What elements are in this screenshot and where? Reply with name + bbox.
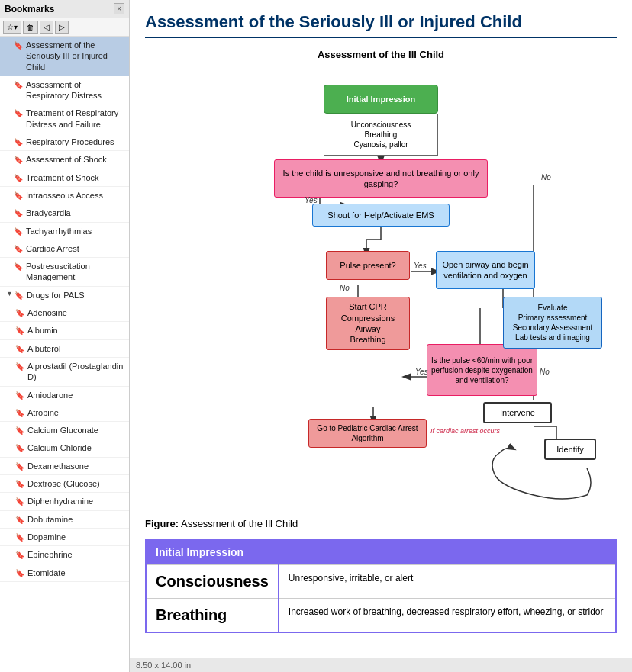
bookmark-text-dextrose: Dextrose (Glucose) (27, 478, 126, 489)
bookmark-icon-bradycardia: 🔖 (14, 208, 23, 218)
sidebar-item-bradycardia[interactable]: 🔖Bradycardia (0, 204, 129, 222)
bookmark-text-amiodarone: Amiodarone (27, 390, 126, 400)
bookmark-text-drugs-pals: Drugs for PALS (27, 290, 126, 301)
bookmark-text-dopamine: Dopamine (27, 532, 126, 542)
bookmark-icon-alprostadil: 🔖 (15, 362, 24, 371)
figure-label: Figure: (145, 518, 179, 529)
bookmark-text-intraosseous: Intraosseous Access (26, 190, 126, 201)
sidebar-item-cardiac-arrest[interactable]: 🔖Cardiac Arrest (0, 240, 129, 258)
bookmark-text-tachyarrhythmias: Tachyarrhythmias (26, 226, 126, 236)
sidebar-item-atropine[interactable]: 🔖Atropine (0, 404, 129, 422)
page-title: Assessment of the Seriously Ill or Injur… (145, 12, 617, 38)
sidebar-item-drugs-pals[interactable]: ▼🔖Drugs for PALS (0, 287, 129, 304)
status-bar: 8.50 x 14.00 in (130, 658, 632, 672)
sidebar-close-btn[interactable]: × (114, 3, 124, 14)
bookmark-icon-treatment-respiratory: 🔖 (14, 108, 23, 118)
fc-pulse-text: Pulse present? (340, 260, 395, 271)
bookmark-text-calcium-gluconate: Calcium Gluconate (27, 425, 126, 436)
bookmark-text-alprostadil: Alprostadil (Prostaglandin D) (27, 361, 126, 383)
bookmark-text-atropine: Atropine (27, 407, 126, 418)
bookmark-icon-postresuscitation: 🔖 (14, 262, 23, 272)
bookmark-icon-respiratory-procedures: 🔖 (14, 137, 23, 147)
fc-no-label-1: No (541, 173, 551, 182)
sidebar-item-etomidate[interactable]: 🔖Etomidate (0, 564, 129, 582)
sidebar-item-albuterol[interactable]: 🔖Albuterol (0, 340, 129, 358)
bookmark-prev-btn[interactable]: ◁ (40, 21, 53, 34)
sidebar-item-intraosseous[interactable]: 🔖Intraosseous Access (0, 187, 129, 204)
bookmark-text-calcium-chloride: Calcium Chloride (27, 442, 126, 453)
fc-intervene-text: Intervene (500, 407, 535, 418)
sidebar-item-treatment-respiratory[interactable]: 🔖Treatment of Respiratory Distress and F… (0, 104, 129, 133)
sidebar-item-calcium-gluconate[interactable]: 🔖Calcium Gluconate (0, 422, 129, 439)
sidebar-item-assessment-shock[interactable]: 🔖Assessment of Shock (0, 151, 129, 169)
sidebar-item-tachyarrhythmias[interactable]: 🔖Tachyarrhythmias (0, 223, 129, 240)
bookmark-icon-treatment-shock: 🔖 (14, 173, 23, 183)
bookmark-icon-intraosseous: 🔖 (14, 191, 23, 201)
bookmark-text-dexamethasone: Dexamethasone (27, 461, 126, 471)
bookmark-icon-atropine: 🔖 (15, 408, 24, 418)
sidebar-item-dobutamine[interactable]: 🔖Dobutamine (0, 511, 129, 529)
fc-airway-text: Open airway and begin ventilation and ox… (440, 259, 531, 281)
sidebar-item-postresuscitation[interactable]: 🔖Postresuscitation Management (0, 258, 129, 287)
sidebar-item-calcium-chloride[interactable]: 🔖Calcium Chloride (0, 439, 129, 457)
bookmark-text-albumin: Albumin (27, 325, 126, 336)
sidebar-item-diphenhydramine[interactable]: 🔖Diphenhydramine (0, 493, 129, 510)
bookmark-text-postresuscitation: Postresuscitation Management (26, 261, 126, 283)
fc-goto: Go to Pediatric Cardiac Arrest Algorithm (308, 419, 427, 448)
bookmark-icon-diphenhydramine: 🔖 (15, 497, 24, 506)
bookmark-icon-dopamine: 🔖 (15, 532, 24, 542)
bookmark-text-diphenhydramine: Diphenhydramine (27, 496, 126, 506)
fc-cardiac-label: If cardiac arrest occurs (430, 427, 500, 435)
fc-identify-text: Identify (556, 444, 583, 455)
figure-caption: Figure: Assessment of the Ill Child (145, 518, 617, 529)
bookmark-text-treatment-respiratory: Treatment of Respiratory Distress and Fa… (26, 108, 126, 130)
fc-initial-sub: UnconsciousnessBreathingCyanosis, pallor (324, 114, 438, 156)
sidebar-item-amiodarone[interactable]: 🔖Amiodarone (0, 387, 129, 404)
sidebar-item-seriously-ill[interactable]: 🔖Assessment of the Seriously III or Inju… (0, 37, 129, 76)
bookmark-icon-tachyarrhythmias: 🔖 (14, 227, 23, 236)
sidebar-item-treatment-shock[interactable]: 🔖Treatment of Shock (0, 169, 129, 187)
bookmark-icon-dexamethasone: 🔖 (15, 461, 24, 471)
status-dimensions: 8.50 x 14.00 in (136, 661, 191, 670)
bookmark-add-btn[interactable]: ☆▾ (3, 21, 21, 34)
bookmark-icon-calcium-chloride: 🔖 (15, 443, 24, 453)
bookmark-text-treatment-shock: Treatment of Shock (26, 172, 126, 183)
bookmark-icon-assessment-shock: 🔖 (14, 155, 23, 165)
bookmark-icon-calcium-gluconate: 🔖 (15, 426, 24, 436)
fc-question1: Is the child is unresponsive and not bre… (274, 159, 488, 198)
fc-intervene: Intervene (483, 402, 552, 423)
fc-identify: Identify (544, 439, 596, 460)
bookmark-text-etomidate: Etomidate (27, 568, 126, 578)
sidebar-item-dopamine[interactable]: 🔖Dopamine (0, 529, 129, 546)
bookmark-delete-btn[interactable]: 🗑 (23, 21, 38, 34)
sidebar-item-dexamethasone[interactable]: 🔖Dexamethasone (0, 458, 129, 475)
flowchart: Initial Impression UnconsciousnessBreath… (160, 68, 602, 510)
table-desc-1: Increased work of breathing, decreased r… (279, 599, 616, 633)
bookmark-icon-amiodarone: 🔖 (15, 391, 24, 400)
table-row: ConsciousnessUnresponsive, irritable, or… (146, 565, 616, 599)
bookmark-icon-respiratory-distress: 🔖 (14, 80, 23, 90)
fc-no-label-2: No (340, 284, 350, 292)
table-row: BreathingIncreased work of breathing, de… (146, 599, 616, 633)
bookmark-text-bradycardia: Bradycardia (26, 207, 126, 218)
table-term-0: Consciousness (146, 565, 279, 599)
bookmark-text-dobutamine: Dobutamine (27, 514, 126, 525)
sidebar-item-respiratory-distress[interactable]: 🔖Assessment of Respiratory Distress (0, 76, 129, 105)
sidebar-item-alprostadil[interactable]: 🔖Alprostadil (Prostaglandin D) (0, 358, 129, 387)
bookmark-text-epinephrine: Epinephrine (27, 549, 126, 560)
fc-shout: Shout for Help/Activate EMS (312, 204, 450, 227)
sidebar-title: Bookmarks (5, 4, 54, 14)
fc-pulse: Pulse present? (326, 251, 410, 280)
sidebar-item-adenosine[interactable]: 🔖Adenosine (0, 304, 129, 322)
sidebar-item-respiratory-procedures[interactable]: 🔖Respiratory Procedures (0, 133, 129, 151)
sidebar-item-dextrose[interactable]: 🔖Dextrose (Glucose) (0, 475, 129, 493)
bookmark-text-albuterol: Albuterol (27, 343, 126, 354)
fc-start-cpr: Start CPRCompressionsAirwayBreathing (326, 297, 410, 350)
bookmark-next-btn[interactable]: ▷ (55, 21, 69, 34)
bookmark-text-respiratory-distress: Assessment of Respiratory Distress (26, 79, 126, 101)
figure-title: Assessment of the Ill Child (181, 518, 298, 529)
fc-pq2-text: Is the pulse <60/min with poor perfusion… (430, 355, 534, 385)
sidebar-item-albumin[interactable]: 🔖Albumin (0, 322, 129, 339)
bookmark-icon-albumin: 🔖 (15, 326, 24, 336)
sidebar-item-epinephrine[interactable]: 🔖Epinephrine (0, 546, 129, 564)
